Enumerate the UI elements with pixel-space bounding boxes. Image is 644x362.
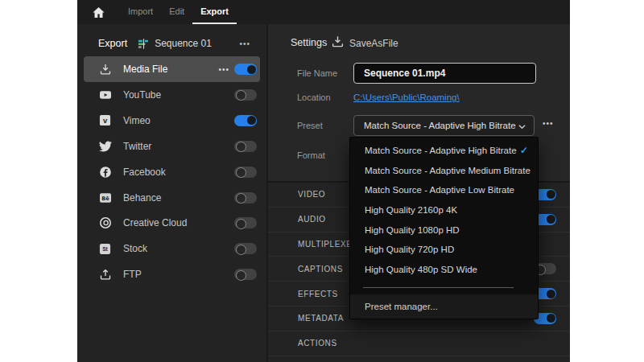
preset-option-label: High Quality 720p HD (365, 245, 454, 254)
premiere-export-window: ImportEditExport Export Sequence 01 ••• … (77, 0, 570, 362)
destination-label: Creative Cloud (123, 217, 187, 228)
preset-manager-item[interactable]: Preset manager... (350, 294, 538, 319)
destination-label: Vimeo (123, 115, 151, 126)
media-file-icon (98, 63, 112, 76)
dropdown-divider (363, 287, 514, 288)
preset-overflow-menu-icon[interactable]: ••• (543, 119, 554, 128)
destination-toggle[interactable] (234, 167, 257, 178)
destination-label: Behance (123, 192, 161, 204)
sequence-icon (138, 38, 150, 50)
destination-label: Twitter (123, 141, 151, 152)
destination-row[interactable]: YouTube (84, 82, 260, 108)
facebook-icon (98, 165, 112, 179)
section-label: ACTIONS (298, 339, 337, 348)
destination-row[interactable]: Twitter (84, 134, 260, 159)
file-name-input[interactable] (353, 63, 536, 84)
mode-tabs: ImportEditExport (120, 0, 237, 24)
mode-tab[interactable]: Export (192, 0, 237, 24)
destination-toggle[interactable] (234, 192, 257, 204)
preset-option[interactable]: Match Source - Adaptive Medium Bitrate (350, 161, 538, 181)
preset-option-label: Match Source - Adaptive Medium Bitrate (365, 166, 530, 175)
chevron-down-icon (518, 122, 526, 133)
preset-option[interactable]: High Quality 480p SD Wide (350, 260, 538, 280)
export-settings-panel: Settings SaveAsFile File Name Location C… (268, 24, 570, 362)
file-name-label: File Name (297, 68, 337, 78)
creative-cloud-icon (98, 216, 112, 230)
destination-toggle[interactable] (234, 217, 257, 228)
stock-icon: St (98, 242, 112, 256)
svg-text:v: v (103, 117, 108, 125)
destination-row[interactable]: St Stock (84, 236, 260, 261)
section-header-row[interactable]: ACTIONS (268, 331, 570, 356)
settings-title: Settings (291, 37, 327, 48)
destination-toggle[interactable] (234, 243, 257, 254)
destination-row[interactable]: v Vimeo (84, 108, 260, 134)
location-link[interactable]: C:\Users\Public\Roaming\ (353, 93, 460, 102)
destination-toggle[interactable] (234, 64, 257, 75)
destination-label: Stock (123, 243, 147, 254)
destination-label: FTP (123, 269, 142, 280)
preset-option[interactable]: Match Source - Adaptive High Bitrate ✓ (350, 141, 538, 161)
destination-toggle[interactable] (234, 89, 257, 101)
preset-select[interactable]: Match Source - Adaptive High Bitrate (353, 115, 535, 136)
youtube-icon (98, 88, 112, 101)
preset-dropdown-menu: Match Source - Adaptive High Bitrate ✓ M… (349, 137, 539, 319)
preset-option-label: High Quality 480p SD Wide (365, 265, 477, 274)
destination-label: YouTube (123, 89, 161, 101)
save-as-file-icon[interactable] (331, 35, 345, 48)
chevron-right-icon (281, 339, 288, 348)
preset-option[interactable]: High Quality 720p HD (350, 240, 538, 260)
format-label: Format (297, 150, 325, 160)
section-label: METADATA (298, 314, 344, 323)
preset-selected-value: Match Source - Adaptive High Bitrate (364, 121, 516, 130)
chevron-right-icon (281, 240, 288, 248)
destination-toggle[interactable] (234, 141, 257, 152)
destination-row[interactable]: Facebook (84, 159, 260, 185)
destination-row[interactable]: Bē Behance (84, 185, 260, 211)
section-label: AUDIO (298, 215, 326, 224)
chevron-right-icon (281, 216, 288, 224)
check-icon: ✓ (520, 145, 528, 156)
preset-option-label: Match Source - Adaptive Low Bitrate (365, 185, 514, 195)
sequence-name: Sequence 01 (155, 38, 212, 49)
preset-option[interactable]: High Quality 2160p 4K (350, 200, 538, 220)
export-destinations-sidebar: Export Sequence 01 ••• Media File ••• Yo… (77, 24, 266, 362)
twitter-icon (98, 139, 112, 153)
sidebar-title: Export (98, 38, 127, 49)
row-overflow-menu-icon[interactable]: ••• (218, 65, 229, 74)
mode-tab[interactable]: Import (120, 0, 161, 24)
section-label: VIDEO (298, 190, 325, 199)
preset-label: Preset (297, 121, 323, 130)
preset-option[interactable]: High Quality 1080p HD (350, 220, 538, 240)
destination-toggle[interactable] (234, 269, 257, 280)
location-label: Location (297, 93, 331, 102)
destination-toggle[interactable] (234, 115, 257, 126)
preset-option[interactable]: Match Source - Adaptive Low Bitrate (350, 180, 538, 200)
mode-tab[interactable]: Edit (161, 0, 192, 24)
svg-text:St: St (102, 246, 108, 252)
chevron-right-icon (281, 265, 288, 273)
save-as-file-button[interactable]: SaveAsFile (349, 38, 398, 49)
svg-text:Bē: Bē (101, 195, 109, 201)
destination-row[interactable]: FTP (84, 261, 260, 287)
preset-option-label: High Quality 2160p 4K (365, 205, 457, 215)
preset-option-label: High Quality 1080p HD (365, 225, 460, 235)
home-icon[interactable] (92, 6, 105, 19)
destination-label: Facebook (123, 167, 166, 178)
section-label: CAPTIONS (298, 265, 343, 274)
chevron-right-icon (281, 191, 288, 199)
sidebar-overflow-menu-icon[interactable]: ••• (239, 39, 250, 48)
vimeo-icon: v (98, 113, 112, 127)
destination-row[interactable]: Creative Cloud (84, 210, 260, 236)
sidebar-header: Export Sequence 01 ••• (77, 35, 266, 51)
destination-label: Media File (123, 64, 167, 75)
screenshot-page: ImportEditExport Export Sequence 01 ••• … (0, 0, 644, 362)
chevron-right-icon (281, 290, 288, 298)
behance-icon: Bē (98, 191, 112, 204)
ftp-icon (98, 268, 112, 282)
destination-row[interactable]: Media File ••• (84, 56, 260, 82)
destination-list: Media File ••• YouTube v Vimeo (77, 56, 266, 287)
preset-option-label: Match Source - Adaptive High Bitrate (365, 146, 517, 155)
section-label: EFFECTS (298, 290, 338, 298)
chevron-right-icon (281, 315, 288, 323)
